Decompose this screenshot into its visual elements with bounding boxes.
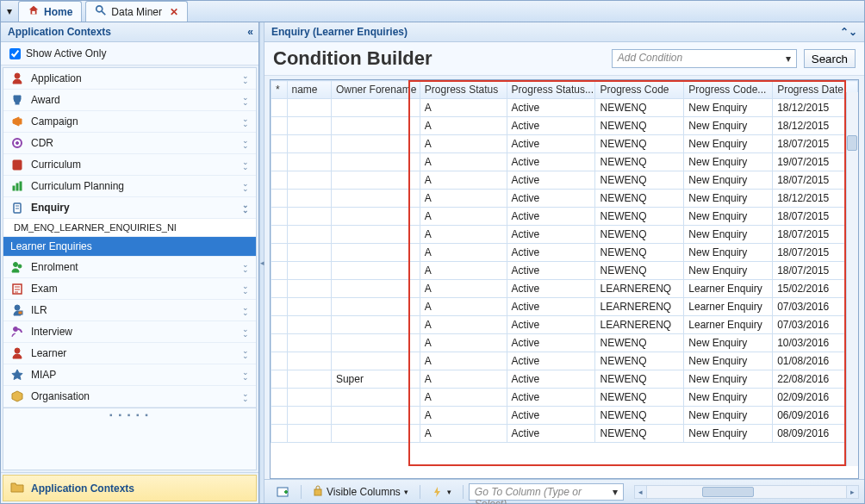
sidebar-footer-bar[interactable]: Application Contexts (3, 475, 257, 501)
show-active-checkbox[interactable] (9, 48, 21, 59)
table-cell[interactable]: 08/09/2016 (773, 425, 858, 443)
collapse-icon[interactable]: « (247, 26, 252, 38)
table-cell[interactable] (287, 298, 331, 316)
table-cell[interactable]: 18/07/2015 (773, 171, 858, 190)
table-cell[interactable]: NEWENQ (595, 117, 684, 135)
new-record-button[interactable] (270, 482, 296, 501)
table-cell[interactable]: A (420, 171, 507, 190)
table-row[interactable]: AActiveNEWENQNew Enquiry06/09/2016 (271, 407, 858, 425)
table-cell[interactable]: 18/07/2015 (773, 244, 858, 262)
table-cell[interactable] (331, 262, 420, 280)
table-cell[interactable] (287, 407, 331, 425)
table-cell[interactable] (331, 190, 420, 208)
table-cell[interactable] (331, 99, 420, 117)
table-cell[interactable] (271, 370, 288, 389)
sidebar-item-organisation[interactable]: Organisation⌄⌄ (3, 386, 256, 408)
table-cell[interactable]: NEWENQ (595, 352, 684, 370)
table-row[interactable]: AActiveNEWENQNew Enquiry18/12/2015 (271, 190, 858, 208)
table-cell[interactable]: Active (507, 117, 595, 135)
data-grid[interactable]: *nameOwner ForenameProgress StatusProgre… (271, 80, 858, 443)
table-cell[interactable]: New Enquiry (684, 117, 773, 135)
table-cell[interactable]: A (420, 280, 507, 298)
table-row[interactable]: AActiveNEWENQNew Enquiry01/08/2016 (271, 352, 858, 370)
category-list[interactable]: Application⌄⌄Award⌄⌄Campaign⌄⌄CDR⌄⌄Curri… (3, 67, 257, 470)
table-cell[interactable] (271, 208, 288, 226)
table-cell[interactable]: 01/08/2016 (773, 352, 858, 370)
table-cell[interactable]: A (420, 370, 507, 389)
sidebar-item-learner[interactable]: Learner⌄⌄ (3, 343, 256, 364)
table-cell[interactable] (271, 153, 288, 171)
table-cell[interactable] (271, 190, 288, 208)
table-cell[interactable]: 18/12/2015 (773, 99, 858, 117)
table-cell[interactable]: A (420, 334, 507, 352)
expand-icon[interactable]: ⌃⌄ (840, 26, 857, 38)
table-cell[interactable]: A (420, 262, 507, 280)
table-cell[interactable]: 18/12/2015 (773, 117, 858, 135)
table-cell[interactable] (331, 298, 420, 316)
table-cell[interactable]: LEARNERENQ (595, 298, 684, 316)
tabbar-menu-icon[interactable]: ▾ (4, 6, 15, 16)
table-cell[interactable] (271, 226, 288, 244)
table-cell[interactable]: 18/07/2015 (773, 208, 858, 226)
table-cell[interactable]: New Enquiry (684, 407, 773, 425)
table-row[interactable]: AActiveNEWENQNew Enquiry18/07/2015 (271, 171, 858, 190)
table-cell[interactable]: LEARNERENQ (595, 280, 684, 298)
table-cell[interactable] (331, 425, 420, 443)
table-row[interactable]: AActiveNEWENQNew Enquiry18/12/2015 (271, 117, 858, 135)
add-condition-select[interactable]: Add Condition (612, 49, 797, 68)
goto-column-select[interactable]: Go To Column (Type or Select) (469, 483, 624, 501)
table-cell[interactable]: A (420, 135, 507, 153)
sidebar-item-ilr[interactable]: ILR⌄⌄ (3, 300, 256, 321)
table-cell[interactable]: A (420, 425, 507, 443)
table-cell[interactable]: NEWENQ (595, 244, 684, 262)
table-cell[interactable]: 15/02/2016 (773, 280, 858, 298)
table-cell[interactable]: A (420, 99, 507, 117)
table-cell[interactable]: Active (507, 334, 595, 352)
table-row[interactable]: AActiveNEWENQNew Enquiry18/07/2015 (271, 226, 858, 244)
table-cell[interactable] (331, 117, 420, 135)
table-row[interactable]: AActiveNEWENQNew Enquiry10/03/2016 (271, 334, 858, 352)
table-cell[interactable]: New Enquiry (684, 171, 773, 190)
table-cell[interactable] (287, 316, 331, 334)
vertical-scrollbar[interactable] (846, 92, 858, 466)
table-row[interactable]: AActiveNEWENQNew Enquiry19/07/2015 (271, 153, 858, 171)
table-cell[interactable] (271, 99, 288, 117)
table-cell[interactable]: 22/08/2016 (773, 370, 858, 389)
table-cell[interactable]: New Enquiry (684, 153, 773, 171)
table-cell[interactable]: Active (507, 244, 595, 262)
table-cell[interactable] (287, 226, 331, 244)
search-button[interactable]: Search (804, 49, 856, 68)
table-row[interactable]: AActiveNEWENQNew Enquiry18/07/2015 (271, 244, 858, 262)
table-cell[interactable]: Active (507, 171, 595, 190)
table-cell[interactable] (271, 425, 288, 443)
table-row[interactable]: AActiveNEWENQNew Enquiry18/07/2015 (271, 135, 858, 153)
table-row[interactable]: AActiveNEWENQNew Enquiry02/09/2016 (271, 389, 858, 407)
table-cell[interactable] (331, 171, 420, 190)
tab-home[interactable]: Home (18, 1, 82, 22)
table-cell[interactable] (331, 316, 420, 334)
table-cell[interactable]: LEARNERENQ (595, 316, 684, 334)
table-cell[interactable] (271, 352, 288, 370)
table-cell[interactable] (331, 153, 420, 171)
table-cell[interactable]: Active (507, 407, 595, 425)
table-cell[interactable]: Active (507, 280, 595, 298)
table-cell[interactable] (331, 334, 420, 352)
table-cell[interactable]: 19/07/2015 (773, 153, 858, 171)
table-cell[interactable] (271, 334, 288, 352)
column-header[interactable]: Progress Status (420, 81, 507, 99)
table-cell[interactable]: New Enquiry (684, 262, 773, 280)
table-cell[interactable]: Active (507, 135, 595, 153)
sidebar-item-exam[interactable]: Exam⌄⌄ (3, 278, 256, 300)
table-cell[interactable]: NEWENQ (595, 208, 684, 226)
table-cell[interactable] (331, 244, 420, 262)
table-cell[interactable] (287, 389, 331, 407)
table-cell[interactable]: Active (507, 316, 595, 334)
table-cell[interactable]: New Enquiry (684, 425, 773, 443)
table-cell[interactable]: New Enquiry (684, 370, 773, 389)
table-cell[interactable]: A (420, 226, 507, 244)
table-cell[interactable]: A (420, 316, 507, 334)
table-cell[interactable] (331, 407, 420, 425)
table-cell[interactable]: New Enquiry (684, 334, 773, 352)
table-cell[interactable] (331, 226, 420, 244)
table-cell[interactable] (271, 407, 288, 425)
